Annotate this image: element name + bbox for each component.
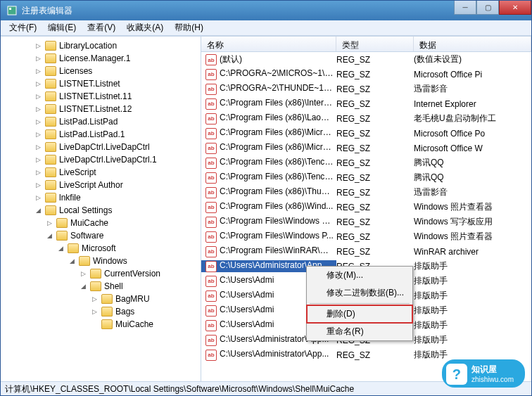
expander-icon[interactable]: ▷ [34, 93, 42, 101]
list-row[interactable]: abC:\Program Files\Windows P...REG_SZWin… [201, 229, 531, 244]
expander-icon[interactable]: ▷ [34, 80, 42, 88]
list-row[interactable]: ab(默认)REG_SZ(数值未设置) [201, 52, 531, 67]
list-row[interactable]: abC:\Program Files (x86)\Micro...REG_SZM… [201, 126, 531, 141]
cell-data: 排版助手 [414, 305, 531, 317]
expander-icon[interactable]: ▷ [46, 219, 53, 227]
tree-node[interactable]: ▷Bags [1, 305, 201, 318]
registry-tree[interactable]: ▷LibraryLocation▷License.Manager.1▷Licen… [1, 37, 201, 381]
tree-node[interactable]: ▷LibraryLocation [1, 39, 201, 52]
list-row[interactable]: abC:\Program Files (x86)\LaoM...REG_SZ老毛… [201, 111, 531, 126]
close-button[interactable]: ✕ [499, 1, 531, 15]
expander-icon[interactable]: ▷ [34, 42, 42, 50]
expander-icon[interactable]: ▷ [34, 169, 42, 177]
folder-icon [45, 180, 56, 190]
col-header-data[interactable]: 数据 [414, 37, 531, 51]
menu-item-modify[interactable]: 修改(M)... [307, 267, 412, 284]
string-value-icon: ab [205, 246, 217, 257]
cell-type: REG_SZ [336, 203, 414, 212]
menu-item-delete[interactable]: 删除(D) [307, 305, 412, 323]
menu-edit[interactable]: 编辑(E) [42, 20, 82, 36]
maximize-button[interactable]: ▢ [476, 1, 499, 15]
cell-data: 迅雷影音 [414, 83, 531, 95]
expander-icon[interactable] [91, 321, 99, 328]
tree-node[interactable]: ▷Licenses [1, 65, 201, 77]
menu-favorites[interactable]: 收藏夹(A) [121, 20, 169, 36]
list-row[interactable]: abC:\Program Files (x86)\Tence...REG_SZ腾… [201, 170, 531, 185]
folder-icon [45, 167, 56, 177]
expander-icon[interactable]: ▷ [34, 55, 42, 63]
string-value-icon: ab [205, 217, 217, 228]
tree-node[interactable]: MuiCache [1, 318, 201, 331]
tree-node[interactable]: ▷lnkfile [1, 191, 201, 204]
tree-label: Windows [93, 256, 127, 266]
minimize-button[interactable]: ─ [454, 1, 476, 15]
cell-name: abC:\PROGRA~2\THUNDE~1\X... [201, 83, 336, 95]
cell-data: 腾讯QQ [414, 157, 531, 169]
list-row[interactable]: abC:\Program Files\Windows N...REG_SZWin… [201, 215, 531, 229]
tree-node[interactable]: ▷LiveDapCtrl.LiveDapCtrl.1 [1, 153, 201, 166]
tree-node[interactable]: ▷LISTNET.Listnet [1, 77, 201, 90]
list-row[interactable]: abC:\Program Files (x86)\Thund...REG_SZ迅… [201, 185, 531, 200]
expander-icon[interactable]: ▷ [34, 194, 42, 202]
expander-icon[interactable]: ◢ [34, 207, 42, 215]
tree-node[interactable]: ▷LiveScript Author [1, 179, 201, 191]
folder-icon [45, 79, 56, 89]
list-row[interactable]: abC:\Program Files (x86)\Micro...REG_SZM… [201, 141, 531, 155]
string-value-icon: ab [205, 113, 217, 124]
list-row[interactable]: abC:\PROGRA~2\MICROS~1\O...REG_SZMicroso… [201, 67, 531, 82]
tree-node[interactable]: ▷LiveScript [1, 166, 201, 179]
list-row[interactable]: abC:\Program Files\WinRAR\Wi...REG_SZWin… [201, 244, 531, 259]
tree-node[interactable]: ▷LISTNET.Listnet.11 [1, 90, 201, 103]
tree-node[interactable]: ▷MuiCache [1, 217, 201, 229]
cell-name: ab(默认) [201, 53, 336, 66]
tree-node[interactable]: ▷LiveDapCtrl.LiveDapCtrl [1, 141, 201, 153]
expander-icon[interactable]: ▷ [91, 295, 99, 303]
tree-node[interactable]: ▷BagMRU [1, 293, 201, 305]
tree-node[interactable]: ▷ListPad.ListPad [1, 115, 201, 128]
tree-node[interactable]: ▷ListPad.ListPad.1 [1, 128, 201, 141]
tree-node[interactable]: ◢Microsoft [1, 242, 201, 255]
col-header-name[interactable]: 名称 [201, 37, 336, 51]
expander-icon[interactable]: ▷ [34, 131, 42, 139]
expander-icon[interactable]: ▷ [91, 308, 99, 316]
expander-icon[interactable]: ▷ [34, 156, 42, 164]
menu-item-modify-binary[interactable]: 修改二进制数据(B)... [307, 284, 412, 302]
menubar: 文件(F) 编辑(E) 查看(V) 收藏夹(A) 帮助(H) [1, 20, 531, 36]
tree-node[interactable]: ▷License.Manager.1 [1, 52, 201, 65]
titlebar[interactable]: 注册表编辑器 ─ ▢ ✕ [1, 1, 531, 20]
tree-label: LISTNET.Listnet.11 [59, 91, 132, 101]
tree-node[interactable]: ◢Local Settings [1, 204, 201, 217]
col-header-type[interactable]: 类型 [336, 37, 414, 51]
tree-label: Local Settings [59, 205, 112, 215]
expander-icon[interactable]: ▷ [34, 106, 42, 113]
list-row[interactable]: abC:\Program Files (x86)\Wind...REG_SZWi… [201, 200, 531, 215]
list-row[interactable]: abC:\PROGRA~2\THUNDE~1\X...REG_SZ迅雷影音 [201, 82, 531, 96]
expander-icon[interactable]: ◢ [80, 283, 87, 290]
tree-node[interactable]: ◢Shell [1, 280, 201, 293]
expander-icon[interactable]: ▷ [34, 143, 42, 151]
cell-data: 排版助手 [414, 290, 531, 302]
tree-node[interactable]: ◢Windows [1, 255, 201, 267]
tree-node[interactable]: ◢Software [1, 229, 201, 242]
expander-icon[interactable]: ◢ [46, 232, 53, 240]
cell-type: REG_SZ [336, 158, 414, 168]
string-value-icon: ab [205, 335, 217, 346]
string-value-icon: ab [205, 187, 217, 198]
menu-view[interactable]: 查看(V) [82, 20, 121, 36]
expander-icon[interactable]: ▷ [34, 68, 42, 75]
cell-name: abC:\Program Files\Windows P... [201, 231, 336, 243]
menu-file[interactable]: 文件(F) [4, 20, 42, 36]
menu-help[interactable]: 帮助(H) [169, 20, 209, 36]
tree-node[interactable]: ▷CurrentVersion [1, 267, 201, 280]
list-row[interactable]: abC:\Program Files (x86)\Tence...REG_SZ腾… [201, 155, 531, 170]
window-controls: ─ ▢ ✕ [454, 1, 531, 15]
list-row[interactable]: abC:\Program Files (x86)\Intern...REG_SZ… [201, 96, 531, 111]
cell-type: REG_SZ [336, 217, 414, 227]
expander-icon[interactable]: ▷ [34, 181, 42, 189]
expander-icon[interactable]: ◢ [57, 245, 65, 253]
expander-icon[interactable]: ◢ [68, 257, 76, 265]
expander-icon[interactable]: ▷ [34, 118, 42, 126]
tree-node[interactable]: ▷LISTNET.Listnet.12 [1, 103, 201, 115]
expander-icon[interactable]: ▷ [80, 270, 87, 278]
menu-item-rename[interactable]: 重命名(R) [307, 323, 412, 340]
